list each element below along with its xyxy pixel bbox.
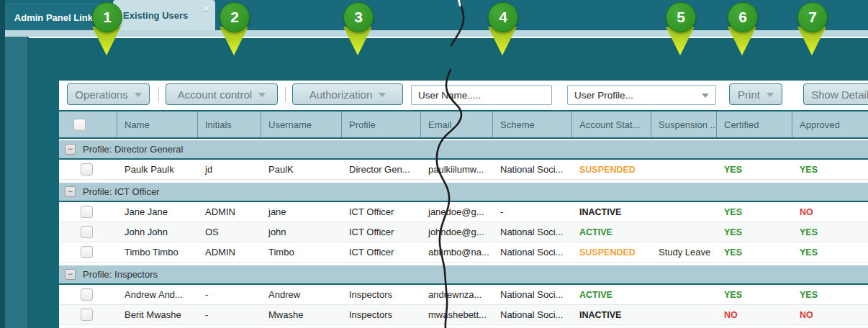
callout-number: 6 bbox=[728, 2, 758, 32]
table-row[interactable]: John John OS john ICT Officer johndoe@g.… bbox=[59, 222, 868, 242]
operations-button[interactable]: Operations bbox=[67, 83, 150, 105]
column-header-suspension[interactable]: Suspension ... bbox=[651, 111, 717, 137]
close-icon[interactable]: × bbox=[203, 2, 209, 14]
row-checkbox[interactable] bbox=[81, 246, 93, 258]
cell-profile: Inspectors bbox=[342, 285, 421, 304]
column-header-scheme[interactable]: Scheme bbox=[493, 111, 572, 137]
cell-username: PaulK bbox=[261, 160, 342, 179]
cell-suspension bbox=[651, 202, 717, 222]
cell-username: Timbo bbox=[261, 242, 342, 262]
column-header-account-status[interactable]: Account Stat... bbox=[572, 111, 651, 137]
cell-initials: OS bbox=[198, 222, 261, 242]
column-header-profile[interactable]: Profile bbox=[342, 111, 421, 137]
group-row-director-general: − Profile: Director General bbox=[59, 140, 868, 160]
cell-profile: Inspectors bbox=[342, 325, 421, 328]
cell-scheme: - bbox=[493, 202, 572, 222]
table-row[interactable]: Jane Jane ADMIN jane ICT Officer janedoe… bbox=[59, 202, 868, 222]
account-control-button[interactable]: Account control bbox=[166, 83, 278, 105]
print-button[interactable]: Print bbox=[729, 83, 782, 105]
cell-scheme: National Soci... bbox=[493, 305, 572, 324]
cell-initials: - bbox=[198, 325, 261, 328]
existing-users-screen: Admin Panel Links Existing Users × Opera… bbox=[0, 0, 868, 328]
callout-number: 5 bbox=[666, 2, 696, 32]
column-header-email[interactable]: Email bbox=[421, 111, 493, 137]
cell-name: Timbo Timbo bbox=[117, 242, 198, 262]
tab-label: Existing Users bbox=[123, 10, 188, 21]
chevron-down-icon bbox=[379, 93, 386, 97]
cell-email: mwashebett... bbox=[421, 305, 493, 324]
select-all-checkbox[interactable] bbox=[73, 119, 86, 131]
group-label: Profile: Director General bbox=[83, 144, 183, 155]
user-name-input[interactable] bbox=[411, 85, 552, 105]
collapse-icon[interactable]: − bbox=[65, 144, 76, 155]
row-checkbox[interactable] bbox=[81, 163, 93, 176]
callout-number: 7 bbox=[797, 2, 828, 32]
print-label: Print bbox=[738, 88, 760, 101]
cell-profile: Inspectors bbox=[342, 305, 421, 324]
row-checkbox[interactable] bbox=[81, 226, 93, 238]
cell-account-status: SUSPENDED bbox=[572, 242, 651, 262]
row-checkbox[interactable] bbox=[81, 288, 93, 301]
content-frame: Operations Account control Authorization… bbox=[27, 38, 868, 328]
cell-approved: NO bbox=[792, 305, 868, 324]
user-profile-value: User Profile... bbox=[574, 90, 633, 101]
table-header-row: Name Initials Username Profile Email Sch… bbox=[59, 110, 868, 139]
callout-number: 3 bbox=[343, 2, 374, 32]
cell-name: Berit Mwashe bbox=[117, 305, 198, 324]
toolbar: Operations Account control Authorization… bbox=[59, 81, 868, 110]
authorization-button[interactable]: Authorization bbox=[292, 83, 403, 105]
cell-username: john bbox=[261, 222, 342, 242]
cell-suspension bbox=[651, 305, 717, 324]
cell-username: Andrew bbox=[261, 285, 342, 304]
cell-approved: YES bbox=[792, 242, 868, 262]
cell-initials: ADMIN bbox=[198, 202, 261, 222]
table-row[interactable]: Timbo Timbo ADMIN Timbo ICT Officer abti… bbox=[59, 242, 868, 263]
column-header-username[interactable]: Username bbox=[261, 111, 342, 137]
cell-certified: YES bbox=[717, 222, 792, 242]
table-row[interactable]: Paulk Paulk jd PaulK Director Gen... pau… bbox=[59, 160, 868, 180]
column-header-certified[interactable]: Certified bbox=[717, 111, 792, 137]
column-header-initials[interactable]: Initials bbox=[198, 111, 261, 137]
cell-certified: YES bbox=[717, 285, 792, 304]
cell-scheme: National Soci... bbox=[493, 325, 572, 328]
cell-certified: YES bbox=[717, 242, 792, 262]
cell-email: andrewnza... bbox=[421, 285, 493, 304]
group-label: Profile: Inspectors bbox=[83, 269, 158, 280]
content-panel: Operations Account control Authorization… bbox=[59, 81, 868, 328]
cell-certified: YES bbox=[717, 202, 792, 222]
row-checkbox[interactable] bbox=[81, 206, 93, 218]
callout-2: 2 bbox=[217, 2, 250, 57]
cell-name: Chenibei Debz bbox=[117, 325, 198, 328]
collapse-icon[interactable]: − bbox=[65, 269, 76, 280]
cell-scheme: National Soci... bbox=[493, 285, 572, 304]
table-row[interactable]: Chenibei Debz - Debz Inspectors deborah.… bbox=[59, 325, 868, 328]
cell-profile: Director Gen... bbox=[342, 160, 421, 179]
collapse-icon[interactable]: − bbox=[65, 186, 76, 197]
authorization-label: Authorization bbox=[309, 88, 373, 101]
account-control-label: Account control bbox=[178, 88, 252, 101]
toolbar-divider bbox=[285, 87, 286, 102]
left-edge-teal-strip bbox=[5, 37, 29, 328]
cell-account-status: INACTIVE bbox=[572, 202, 651, 222]
cell-scheme: National Soci... bbox=[493, 242, 572, 262]
cell-name: John John bbox=[117, 222, 198, 242]
cell-scheme: National Soci... bbox=[493, 160, 572, 179]
cell-approved: YES bbox=[792, 285, 868, 304]
tab-label: Admin Panel Links bbox=[14, 12, 98, 23]
column-header-approved[interactable]: Approved bbox=[792, 111, 868, 137]
cell-email: janedoe@g... bbox=[421, 202, 493, 222]
table-row[interactable]: Berit Mwashe - Mwashe Inspectors mwasheb… bbox=[59, 305, 868, 325]
column-header-name[interactable]: Name bbox=[117, 111, 198, 137]
cell-account-status: INACTIVE bbox=[572, 305, 651, 324]
cell-initials: jd bbox=[198, 160, 261, 179]
operations-label: Operations bbox=[75, 88, 127, 101]
tab-existing-users[interactable]: Existing Users × bbox=[113, 0, 215, 30]
cell-account-status: ACTIVE bbox=[572, 285, 651, 304]
cell-initials: - bbox=[198, 285, 261, 304]
table-row[interactable]: Andrew And... - Andrew Inspectors andrew… bbox=[59, 285, 868, 305]
row-checkbox[interactable] bbox=[81, 309, 93, 321]
cell-account-status: SUSPENDED bbox=[572, 160, 651, 179]
show-details-button[interactable]: Show Details bbox=[803, 83, 868, 105]
cell-certified: NO bbox=[717, 305, 792, 324]
user-profile-select[interactable]: User Profile... bbox=[567, 85, 716, 105]
